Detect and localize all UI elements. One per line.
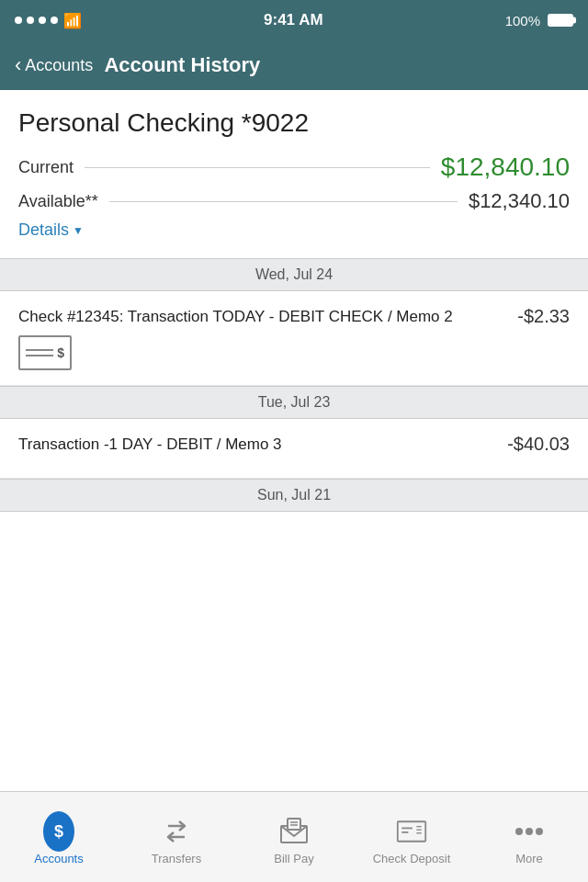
dollar-icon: $	[49, 821, 69, 842]
tab-label-bill-pay: Bill Pay	[274, 852, 313, 865]
more-dots-icon	[514, 826, 545, 837]
back-label: Accounts	[25, 56, 93, 75]
wifi-icon: 📶	[63, 12, 82, 29]
check-lines	[26, 349, 53, 356]
status-right: 100%	[505, 13, 573, 28]
tab-label-more: More	[515, 852, 543, 865]
tab-label-check-deposit: Check Deposit	[373, 852, 451, 865]
section-header-tue: Tue, Jul 23	[0, 386, 588, 419]
transaction-left: Check #12345: Transaction TODAY - DEBIT …	[18, 306, 506, 370]
tab-icon-transfers	[161, 816, 192, 847]
page-title: Account History	[104, 53, 260, 77]
tab-bar: $ Accounts Transfers	[0, 791, 588, 882]
check-icon: $	[18, 335, 72, 370]
check-line	[26, 355, 53, 356]
status-time: 9:41 AM	[264, 11, 323, 29]
section-header-wed: Wed, Jul 24	[0, 258, 588, 291]
available-label: Available**	[18, 192, 98, 211]
status-bar: 📶 9:41 AM 100%	[0, 0, 588, 40]
battery-percent: 100%	[505, 13, 540, 28]
tab-accounts[interactable]: $ Accounts	[0, 792, 118, 882]
status-left: 📶	[15, 12, 82, 29]
tab-label-transfers: Transfers	[152, 852, 201, 865]
tab-label-accounts: Accounts	[34, 852, 83, 865]
transaction-row[interactable]: Check #12345: Transaction TODAY - DEBIT …	[0, 291, 588, 386]
svg-text:$: $	[54, 822, 63, 841]
details-label: Details	[18, 220, 69, 240]
available-value: $12,340.10	[469, 189, 570, 213]
balance-divider	[85, 167, 430, 168]
tab-icon-bill-pay	[278, 816, 310, 847]
bill-pay-icon	[278, 817, 310, 846]
svg-rect-2	[288, 819, 300, 830]
transaction-description: Check #12345: Transaction TODAY - DEBIT …	[18, 306, 506, 328]
transaction-row[interactable]: Transaction -1 DAY - DEBIT / Memo 3 -$40…	[0, 419, 588, 479]
svg-point-12	[526, 828, 533, 835]
check-dollar-sign: $	[57, 345, 64, 360]
transaction-amount: -$40.03	[496, 434, 570, 455]
tab-check-deposit[interactable]: Check Deposit	[353, 792, 470, 882]
nav-bar: ‹ Accounts Account History	[0, 40, 588, 90]
accounts-circle: $	[43, 811, 74, 852]
available-divider	[109, 201, 458, 202]
tab-bill-pay[interactable]: Bill Pay	[235, 792, 353, 882]
battery-icon	[548, 14, 573, 27]
details-arrow-icon: ▼	[73, 224, 84, 237]
transaction-amount: -$2.33	[506, 306, 570, 327]
signal-dots	[15, 17, 58, 24]
current-value: $12,840.10	[441, 153, 570, 182]
tab-icon-check-deposit	[396, 816, 427, 847]
check-line	[26, 349, 53, 351]
check-deposit-icon	[396, 819, 427, 844]
section-header-sun: Sun, Jul 21	[0, 479, 588, 512]
details-button[interactable]: Details ▼	[18, 220, 570, 251]
svg-point-13	[536, 828, 543, 835]
back-button[interactable]: ‹ Accounts	[15, 55, 93, 75]
current-balance-row: Current $12,840.10	[18, 153, 570, 182]
tab-transfers[interactable]: Transfers	[118, 792, 235, 882]
svg-point-11	[515, 828, 523, 835]
tab-icon-accounts: $	[43, 816, 74, 847]
tab-icon-more	[514, 816, 545, 847]
content-area: Personal Checking *9022 Current $12,840.…	[0, 90, 588, 791]
transaction-description: Transaction -1 DAY - DEBIT / Memo 3	[18, 434, 496, 456]
transaction-left: Transaction -1 DAY - DEBIT / Memo 3	[18, 434, 496, 463]
tab-more[interactable]: More	[470, 792, 588, 882]
back-arrow-icon: ‹	[15, 55, 21, 75]
account-header: Personal Checking *9022 Current $12,840.…	[0, 90, 588, 258]
current-label: Current	[18, 158, 74, 177]
transfers-icon	[161, 819, 192, 844]
available-balance-row: Available** $12,340.10	[18, 189, 570, 213]
account-name: Personal Checking *9022	[18, 108, 570, 138]
